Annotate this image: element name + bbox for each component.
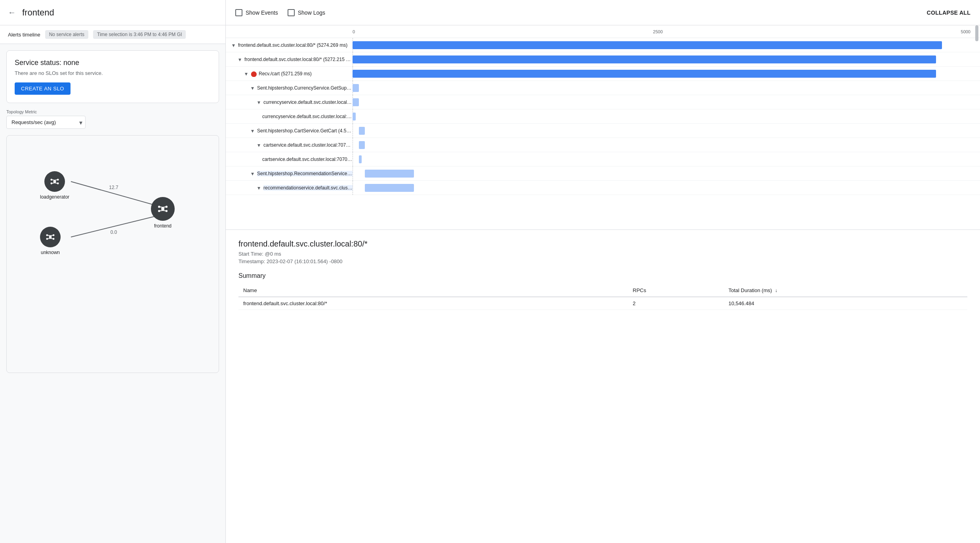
chevron-icon[interactable]: ▾ [243,71,249,77]
show-logs-checkbox-box [288,9,295,16]
create-slo-button[interactable]: CREATE AN SLO [15,82,71,95]
trace-bar [359,141,365,149]
topology-section: Topology Metric Requests/sec (avg) ▾ [6,109,219,129]
service-status-title: Service status: none [15,59,211,67]
trace-row-label: ▾Sent.hipstershop.CartService.GetCart (4… [226,128,353,134]
trace-span-label: currencyservice.default.svc.cluster.loca… [263,99,353,105]
trace-row[interactable]: ▾frontend.default.svc.cluster.local:80/*… [226,38,980,52]
trace-row[interactable]: currencyservice.default.svc.cluster.loca… [226,109,980,124]
chevron-icon[interactable]: ▾ [256,185,262,191]
trace-row[interactable]: cartservice.default.svc.cluster.local:70… [226,152,980,166]
collapse-all-button[interactable]: COLLAPSE ALL [927,10,970,16]
trace-row[interactable]: ▾frontend.default.svc.cluster.local:80/*… [226,52,980,67]
trace-row-label: ▾currencyservice.default.svc.cluster.loc… [226,99,353,105]
chevron-icon[interactable]: ▾ [231,42,236,48]
scrollbar-thumb[interactable] [975,25,978,41]
trace-row[interactable]: ▾cartservice.default.svc.cluster.local:7… [226,138,980,152]
summary-cell-name: frontend.default.svc.cluster.local:80/* [238,297,628,310]
svg-line-12 [55,183,58,184]
svg-line-18 [47,235,50,235]
graph-node-frontend[interactable]: frontend [151,197,175,229]
topology-graph: 12.7 0.0 loadgenerator [6,135,219,373]
trace-row[interactable]: ▾⬤Recv./cart (5271.259 ms) [226,67,980,81]
summary-table-row: frontend.default.svc.cluster.local:80/*2… [238,297,967,310]
chevron-icon[interactable]: ▾ [250,85,255,91]
trace-row-label: ▾⬤Recv./cart (5271.259 ms) [226,71,353,77]
no-service-alerts-badge: No service alerts [45,30,88,39]
trace-bar-area [353,124,970,138]
trace-toolbar: Show Events Show Logs COLLAPSE ALL [226,0,980,25]
summary-table: Name RPCs Total Duration (ms) ↓ frontend… [238,284,967,310]
svg-line-29 [159,210,163,211]
show-logs-checkbox[interactable]: Show Logs [288,9,325,16]
detail-start-time: Start Time: @0 ms [238,251,967,257]
topology-select-wrapper: Requests/sec (avg) ▾ [6,116,86,129]
trace-bar [365,184,414,192]
svg-line-21 [50,239,53,239]
timeline-axis: 0 2500 5000 [226,25,980,38]
back-button[interactable]: ← [8,8,16,17]
svg-line-11 [51,183,55,184]
summary-col-name: Name [238,284,628,297]
chevron-icon[interactable]: ▾ [256,142,262,148]
trace-bar-area [353,166,970,181]
back-arrow-icon: ← [8,8,16,17]
trace-row-label: ▾frontend.default.svc.cluster.local:80/*… [226,56,353,63]
trace-bar [359,127,365,135]
show-events-label: Show Events [246,10,278,16]
trace-bar [353,55,936,63]
topology-metric-select[interactable]: Requests/sec (avg) [6,116,86,129]
detail-title: frontend.default.svc.cluster.local:80/* [238,239,967,249]
trace-bar-area [353,52,970,67]
chevron-icon[interactable]: ▾ [237,56,243,63]
axis-labels: 0 2500 5000 [353,29,970,34]
trace-span-label: frontend.default.svc.cluster.local:80/* … [244,57,353,62]
show-logs-label: Show Logs [298,10,325,16]
graph-node-unknown[interactable]: unknown [40,227,61,255]
trace-bar-area [353,81,970,95]
trace-row-label: currencyservice.default.svc.cluster.loca… [226,114,353,119]
trace-row[interactable]: ▾Sent.hipstershop.RecommendationService.… [226,166,980,181]
trace-row[interactable]: ▾recommendationservice.default.svc.clust… [226,181,980,195]
summary-cell-duration: 10,546.484 [724,297,967,310]
show-events-checkbox-box [235,9,242,16]
detail-timestamp: Timestamp: 2023-02-07 (16:10:01.564) -08… [238,258,967,264]
timeline-chart: ▾frontend.default.svc.cluster.local:80/*… [226,38,980,229]
chevron-icon[interactable]: ▾ [256,99,262,105]
trace-row-label: ▾recommendationservice.default.svc.clust… [226,185,353,191]
trace-row-label: ▾frontend.default.svc.cluster.local:80/*… [226,42,353,48]
trace-bar-area [353,38,970,52]
svg-point-22 [161,207,164,210]
trace-row[interactable]: ▾currencyservice.default.svc.cluster.loc… [226,95,980,109]
trace-row-label: ▾Sent.hipstershop.CurrencyService.GetSup… [226,85,353,91]
svg-text:12.7: 12.7 [109,185,118,190]
show-events-checkbox[interactable]: Show Events [235,9,278,16]
detail-summary-title: Summary [238,272,967,279]
trace-bar-area [353,109,970,124]
trace-row[interactable]: ▾Sent.hipstershop.CartService.GetCart (4… [226,124,980,138]
chevron-icon[interactable]: ▾ [250,170,255,177]
trace-timeline: Show Events Show Logs COLLAPSE ALL 0 250… [226,0,980,230]
trace-span-label: frontend.default.svc.cluster.local:80/* … [238,42,347,48]
trace-bar [365,170,414,178]
trace-bar-area [353,181,970,195]
node-icon-unknown [40,227,61,247]
trace-bar [353,70,936,78]
trace-row-label: ▾cartservice.default.svc.cluster.local:7… [226,142,353,148]
trace-row[interactable]: ▾Sent.hipstershop.CurrencyService.GetSup… [226,81,980,95]
chevron-icon[interactable]: ▾ [250,128,255,134]
node-label-frontend: frontend [154,223,172,229]
service-status-card: Service status: none There are no SLOs s… [6,50,219,103]
svg-line-27 [159,207,163,207]
topology-svg: 12.7 0.0 [7,136,219,373]
trace-span-label: cartservice.default.svc.cluster.local:70… [262,157,353,162]
alerts-label: Alerts timeline [8,32,40,38]
trace-span-label: cartservice.default.svc.cluster.local:70… [263,142,353,148]
axis-label-2500: 2500 [653,29,663,34]
trace-bar-area [353,138,970,152]
node-label-loadgenerator: loadgenerator [40,194,69,200]
svg-point-4 [53,180,56,183]
svg-line-28 [163,207,166,207]
node-icon-frontend [151,197,175,221]
graph-node-loadgenerator[interactable]: loadgenerator [40,171,69,200]
